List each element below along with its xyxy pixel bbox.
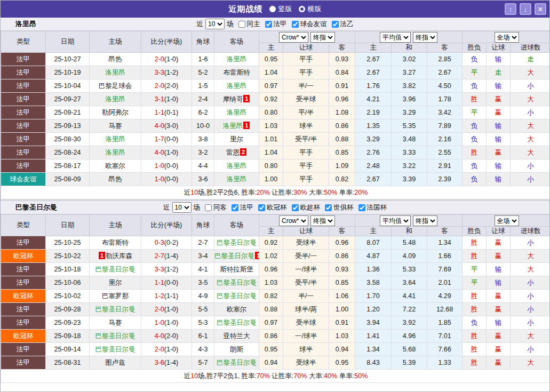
- match-type-cell: 法甲: [1, 263, 46, 276]
- avg-home-cell: 2.76: [355, 146, 392, 159]
- titlebar-center: 近期战绩 竖版横版: [1, 4, 549, 14]
- home-col-header: 主场: [90, 31, 141, 53]
- avg-home-cell: 1.70: [355, 290, 392, 303]
- result-handicap-cell: 赢: [487, 356, 511, 370]
- final-odds-select[interactable]: 终指: [310, 215, 335, 226]
- avg-away-header: 客: [427, 43, 463, 53]
- table-row: 法甲25-10-19洛里昂3-3(1-2)5-2布雷斯特1.04平手0.842.…: [1, 66, 550, 79]
- match-type-cell: 法甲: [1, 133, 46, 146]
- away-team-cell: 巴黎圣日尔曼: [214, 316, 259, 330]
- table-row: 欧冠杯25-10-221勒沃库森2-7(1-4)3-4巴黎圣日尔曼11.02受半…: [1, 250, 550, 263]
- result-goals-cell: 大: [511, 263, 550, 276]
- odds-selects-cell: Crow*终指: [259, 215, 355, 227]
- team-name-text: 布雷斯特: [102, 239, 129, 246]
- average-select[interactable]: 平均值: [380, 32, 411, 43]
- avg-away-cell: 2.85: [427, 53, 463, 66]
- fulltime-score: 3-3: [155, 69, 164, 76]
- bookmaker-select[interactable]: Crow*: [279, 215, 308, 226]
- date-cell: 25-10-19: [46, 66, 90, 79]
- halftime-score: (1-1): [164, 292, 178, 300]
- avg-home-cell: 3.94: [355, 316, 392, 330]
- avg-away-cell: 4.29: [427, 290, 463, 303]
- filter-controls: 近10场同客法甲欧冠杯欧超杯世俱杯法国杯: [163, 202, 387, 213]
- avg-home-cell: 2.67: [355, 53, 392, 66]
- avg-away-cell: 7.89: [427, 119, 463, 133]
- odds-away-header: 客: [329, 227, 355, 236]
- league-checkbox[interactable]: [265, 21, 272, 28]
- scope-select[interactable]: 全场: [495, 215, 519, 226]
- same-venue-checkbox[interactable]: [205, 204, 212, 211]
- league-checkbox[interactable]: [258, 204, 265, 211]
- home-team-cell: 洛里昂: [90, 133, 141, 146]
- league-checkbox[interactable]: [292, 204, 299, 211]
- away-team-cell: 雷恩2: [214, 146, 259, 159]
- halftime-score: (0-2): [164, 239, 178, 246]
- league-checkbox[interactable]: [325, 204, 332, 211]
- away-team-cell: 布雷斯特: [214, 66, 259, 79]
- away-team-cell: 洛里昂1: [214, 119, 259, 133]
- team-name-text: 昂热: [109, 55, 122, 63]
- average-select[interactable]: 平均值: [380, 215, 411, 226]
- avg-away-cell: 7.66: [427, 343, 463, 356]
- odds-away-cell: 0.91: [329, 79, 355, 93]
- result-handicap-cell: 输: [487, 263, 511, 276]
- odds-away-cell: 0.96: [329, 93, 355, 106]
- team-name-text: 巴黎圣日尔曼: [95, 306, 135, 313]
- away-team-cell: 巴黎圣日尔曼: [214, 236, 259, 250]
- final-odds-select-2[interactable]: 终指: [413, 32, 437, 43]
- avg-home-cell: 1.76: [355, 79, 392, 93]
- result-handicap-cell: 赢: [487, 93, 511, 106]
- scope-select[interactable]: 全场: [495, 32, 519, 43]
- corner-cell: 5-3: [192, 316, 214, 330]
- avg-draw-cell: 4.41: [392, 290, 427, 303]
- home-team-cell: 巴黎圣日尔曼: [90, 330, 141, 343]
- summary-text: 20%: [354, 189, 368, 196]
- odds-away-cell: 0.86: [329, 250, 355, 263]
- avg-away-cell: 1.34: [427, 236, 463, 250]
- bookmaker-select[interactable]: Crow*: [279, 32, 308, 43]
- final-odds-select[interactable]: 终指: [310, 32, 335, 43]
- result-handicap-cell: 输: [487, 159, 511, 173]
- away-col-header: 客场: [214, 31, 259, 53]
- final-odds-select-2[interactable]: 终指: [413, 215, 437, 226]
- team-name-text: 马赛: [109, 319, 122, 326]
- odds-away-cell: 0.96: [329, 236, 355, 250]
- halftime-score: (0-0): [164, 175, 178, 183]
- result-wdl-cell: 负: [463, 159, 487, 173]
- match-count-select[interactable]: 10: [172, 202, 192, 213]
- date-cell: 25-08-30: [46, 133, 90, 146]
- league-checkbox[interactable]: [292, 21, 299, 28]
- result-goals-cell: 大: [511, 93, 550, 106]
- table-row: 欧冠杯25-09-18巴黎圣日尔曼4-0(2-0)6-1亚特兰大0.86一/球半…: [1, 330, 550, 343]
- summary-text: 大率:: [307, 189, 324, 196]
- move-up-button[interactable]: ↑: [505, 3, 516, 15]
- avg-away-cell: 1.33: [427, 356, 463, 370]
- result-handicap-cell: 赢: [487, 146, 511, 159]
- score-cell: 1-2(1-1): [141, 290, 192, 303]
- close-button[interactable]: ✕: [535, 3, 546, 15]
- league-checkbox[interactable]: [358, 204, 365, 211]
- match-count-select[interactable]: 10: [205, 19, 225, 29]
- fulltime-score: 0-3: [155, 239, 164, 246]
- result-goals-cell: 小: [511, 316, 550, 330]
- league-checkbox[interactable]: [332, 21, 339, 28]
- table-row: 法甲25-09-21勒阿弗尔1-1(0-1)6-2洛里昂0.80平/半1.082…: [1, 106, 550, 119]
- corner-cell: 5-5: [192, 303, 214, 316]
- move-down-button[interactable]: ↓: [520, 3, 531, 15]
- match-type-cell: 球会友谊: [1, 173, 46, 186]
- near-label: 近: [197, 20, 204, 29]
- table-row: 法甲25-09-14巴黎圣日尔曼2-0(1-0)4-3朗斯0.95球半0.941…: [1, 343, 550, 356]
- summary-text: 10: [190, 189, 198, 196]
- result-goals-cell: 大: [511, 133, 550, 146]
- team-name-text: 斯特拉斯堡: [220, 266, 253, 273]
- layout-radio-vertical[interactable]: 竖版: [269, 4, 292, 14]
- layout-radio-horizontal[interactable]: 横版: [299, 4, 322, 14]
- league-checkbox[interactable]: [232, 204, 238, 211]
- summary-text: 单率:: [337, 189, 354, 196]
- same-venue-checkbox[interactable]: [238, 21, 245, 28]
- team-name-text: 洛里昂: [105, 69, 125, 76]
- score-cell: 4-0(2-0): [141, 330, 192, 343]
- corner-cell: 3-2: [192, 146, 214, 159]
- team-name: 洛里昂: [15, 19, 36, 29]
- odds-home-header: 主: [259, 43, 283, 53]
